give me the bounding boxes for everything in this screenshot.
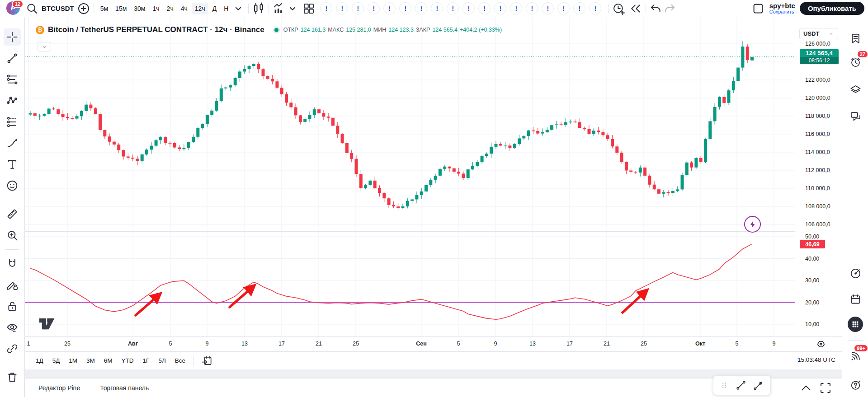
broken-icon-placeholder[interactable]: ! [383, 2, 396, 14]
calendar-sidebar-button[interactable] [848, 291, 863, 307]
symbol-title[interactable]: Bitcoin / TetherUS PERPETUAL CONTRACT · … [48, 25, 264, 34]
broken-icon-placeholder[interactable]: ! [431, 2, 443, 14]
panel-collapse-button[interactable] [799, 381, 813, 395]
broken-icon-placeholder[interactable]: ! [542, 2, 554, 14]
link-tool[interactable] [4, 340, 21, 357]
magnet-tool[interactable] [4, 255, 21, 272]
currency-selector[interactable]: USDT [799, 28, 838, 39]
redo-button[interactable] [663, 2, 676, 15]
timeframe-15м[interactable]: 15м [112, 3, 130, 14]
broken-icon-placeholder[interactable]: ! [557, 2, 570, 14]
ruler-tool[interactable] [4, 206, 21, 223]
range-Все[interactable]: Все [171, 355, 189, 366]
last-price-label: 124 565,4 08:56:12 [800, 49, 839, 64]
broken-icon-placeholder[interactable]: ! [462, 2, 475, 14]
timeframe-5м[interactable]: 5м [97, 3, 111, 14]
timeframe-4ч[interactable]: 4ч [178, 3, 191, 14]
crosshair-tool[interactable] [4, 28, 21, 46]
alerts-sidebar-button[interactable]: 27 [848, 54, 863, 70]
indicator-canvas[interactable] [25, 231, 795, 336]
brush-tool[interactable] [4, 135, 21, 152]
scales-settings-icon[interactable] [816, 339, 826, 349]
broken-icon-placeholder[interactable]: ! [399, 2, 411, 14]
trend-line-tool[interactable] [4, 50, 21, 67]
broken-icon-placeholder[interactable]: ! [573, 2, 585, 14]
broken-icon-placeholder[interactable]: ! [352, 2, 364, 14]
broken-icon-placeholder[interactable]: ! [368, 2, 380, 14]
eye-tool[interactable] [4, 319, 21, 336]
publish-button[interactable]: Опубликовать [800, 2, 864, 15]
range-1Г[interactable]: 1Г [139, 355, 153, 366]
trend-line-tool-icon[interactable] [735, 379, 747, 391]
layout-grid-button[interactable] [302, 2, 316, 15]
watchlist-sidebar-button[interactable] [848, 31, 863, 46]
range-1М[interactable]: 1М [65, 355, 81, 366]
lock-tool[interactable] [4, 298, 21, 315]
fullscreen-button[interactable] [818, 381, 833, 395]
range-5Д[interactable]: 5Д [49, 355, 64, 366]
broken-icon-placeholder[interactable]: ! [447, 2, 459, 14]
draw-lock-tool[interactable] [4, 276, 21, 294]
chart-style-button[interactable] [252, 2, 265, 15]
price-scale-column[interactable]: USDT 124 565,4 08:56:12 46,69 126 000,01… [795, 17, 842, 336]
pane-divider[interactable] [25, 231, 842, 232]
price-scale-label: 108 000,0 [805, 203, 830, 210]
indicators-chevron-icon[interactable] [286, 2, 299, 15]
broken-icon-placeholder[interactable]: ! [494, 2, 506, 14]
broken-icon-placeholder[interactable]: ! [589, 2, 601, 14]
screener-sidebar-button[interactable] [848, 266, 863, 281]
trading-panel-button[interactable]: Торговая панель [100, 384, 149, 392]
symbol-search-button[interactable]: BTCUSDT [25, 2, 74, 15]
utc-clock[interactable]: 15:03:48 UTC [797, 356, 835, 363]
range-YTD[interactable]: YTD [118, 355, 137, 366]
broken-icon-placeholder[interactable]: ! [320, 2, 332, 14]
time-axis[interactable]: 125Авг5913172125Сен5913172125Окт59 [25, 336, 842, 351]
instant-trading-zap-button[interactable] [744, 216, 761, 233]
price-scale-label: 112 000,0 [805, 167, 830, 173]
broken-icon-placeholder[interactable]: ! [415, 2, 427, 14]
create-alert-button[interactable] [612, 2, 625, 15]
bar-replay-button[interactable] [629, 2, 642, 15]
chat-sidebar-button[interactable] [848, 108, 863, 124]
timeframe-12ч[interactable]: 12ч [192, 3, 208, 14]
timeframe-menu-chevron-icon[interactable] [231, 2, 245, 15]
zoom-in-tool[interactable] [4, 227, 21, 244]
top-toolbar: F 12 BTCUSDT 5м15м30м1ч2ч4ч12чДН !!!!!!!… [0, 0, 868, 17]
timeframe-2ч[interactable]: 2ч [164, 3, 177, 14]
app-logo[interactable]: F 12 [6, 1, 21, 16]
broken-icon-placeholder[interactable]: ! [478, 2, 491, 14]
range-1Д[interactable]: 1Д [32, 355, 47, 366]
layout-select-button[interactable] [751, 2, 765, 15]
broken-icon-placeholder[interactable]: ! [336, 2, 348, 14]
indicators-button[interactable] [272, 2, 286, 15]
drag-handle-icon[interactable] [719, 380, 729, 390]
trash-tool[interactable] [4, 369, 21, 386]
emoji-tool[interactable] [4, 177, 21, 194]
layers-sidebar-button[interactable] [848, 82, 863, 97]
range-3М[interactable]: 3М [83, 355, 99, 366]
range-5Л[interactable]: 5Л [155, 355, 169, 366]
legend-collapse-button[interactable] [38, 42, 51, 51]
broken-icon-placeholder[interactable]: ! [526, 2, 538, 14]
undo-button[interactable] [649, 2, 663, 15]
text-tool[interactable] [4, 156, 21, 173]
price-chart-canvas[interactable] [25, 17, 795, 231]
forecast-tool[interactable] [4, 113, 21, 131]
compare-add-button[interactable] [77, 2, 90, 15]
right-sidebar: 2799+ [842, 17, 868, 397]
save-layout-button[interactable]: spy+btc Сохранить [769, 2, 795, 14]
timeframe-Н[interactable]: Н [221, 3, 231, 14]
broken-icon-placeholder[interactable]: ! [510, 2, 522, 14]
help-sidebar-button[interactable] [848, 377, 863, 392]
timeframe-30м[interactable]: 30м [131, 3, 148, 14]
range-6М[interactable]: 6М [100, 355, 116, 366]
timeframe-Д[interactable]: Д [209, 3, 220, 14]
apps-grid-sidebar-button[interactable] [848, 317, 863, 332]
xabcd-pattern-tool[interactable] [4, 92, 21, 109]
goto-date-button[interactable] [201, 355, 213, 367]
streams-sidebar-button[interactable]: 99+ [848, 348, 863, 364]
pine-editor-button[interactable]: Редактор Pine [38, 384, 80, 392]
arrow-tool-icon[interactable] [753, 379, 764, 391]
timeframe-1ч[interactable]: 1ч [150, 3, 163, 14]
fib-retracement-tool[interactable] [4, 71, 21, 88]
